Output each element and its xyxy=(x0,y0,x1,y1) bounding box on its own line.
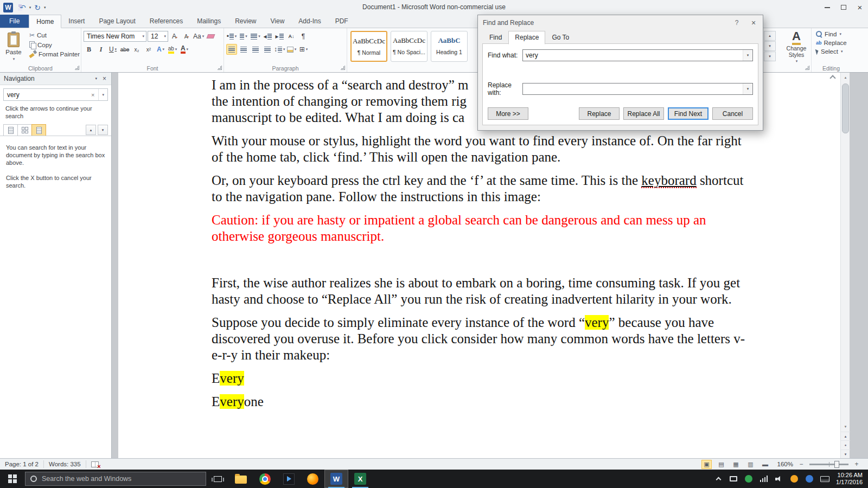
close-button[interactable]: × xyxy=(852,0,868,15)
ribbon-tab-pdf[interactable]: PDF xyxy=(328,15,355,28)
replace-action-button[interactable]: Replace xyxy=(579,107,620,120)
shrink-font-button[interactable]: A▾ xyxy=(181,31,192,42)
style-no-spacing[interactable]: AaBbCcDc ¶ No Spaci... xyxy=(391,31,427,62)
media-player-taskbar-button[interactable] xyxy=(277,470,301,488)
ribbon-tab-insert[interactable]: Insert xyxy=(61,15,92,28)
outline-view-button[interactable]: ▥ xyxy=(745,460,756,469)
display-tray-button[interactable] xyxy=(729,474,738,483)
browse-pages-tab[interactable] xyxy=(17,124,32,136)
taskbar-clock[interactable]: 10:26 AM 1/17/2016 xyxy=(836,472,863,486)
spell-check-status[interactable] xyxy=(86,459,104,470)
font-dialog-launcher[interactable] xyxy=(218,66,222,70)
ribbon-tab-add-ins[interactable]: Add-Ins xyxy=(291,15,328,28)
borders-button[interactable]: ⊞▾ xyxy=(298,44,309,55)
show-hidden-icons-button[interactable] xyxy=(714,474,723,483)
browser-tray-button[interactable] xyxy=(805,474,814,483)
superscript-button[interactable]: x² xyxy=(143,44,154,55)
decrease-indent-button[interactable]: ◂ xyxy=(262,31,273,42)
show-hide-pilcrow-button[interactable]: ¶ xyxy=(298,31,309,42)
chrome-taskbar-button[interactable] xyxy=(253,470,277,488)
style-heading-1[interactable]: AaBbC Heading 1 xyxy=(431,31,468,62)
word-app-icon[interactable]: W xyxy=(3,3,13,12)
firefox-taskbar-button[interactable] xyxy=(301,470,324,488)
start-button[interactable] xyxy=(0,470,25,488)
font-name-dropdown-icon[interactable]: ▾ xyxy=(141,34,146,38)
cut-button[interactable]: ✂Cut xyxy=(27,31,82,40)
web-layout-view-button[interactable]: ▦ xyxy=(731,460,741,469)
zoom-slider-thumb[interactable] xyxy=(834,461,839,468)
bold-button[interactable]: B xyxy=(84,44,94,55)
font-size-dropdown-icon[interactable]: ▾ xyxy=(162,34,168,38)
previous-page-button[interactable]: ▴ xyxy=(841,432,850,440)
navigation-pane-options-button[interactable]: ▾ xyxy=(91,76,101,81)
collapse-ribbon-button[interactable] xyxy=(829,75,835,81)
copy-button[interactable]: Copy xyxy=(27,41,82,49)
change-styles-button[interactable]: A Change Styles ▾ xyxy=(782,30,810,65)
paste-button[interactable]: Paste ▾ xyxy=(2,30,25,63)
ribbon-tab-review[interactable]: Review xyxy=(228,15,263,28)
clipboard-dialog-launcher[interactable] xyxy=(75,66,79,70)
navigation-search-input[interactable]: very × ▾ xyxy=(3,88,108,101)
dialog-help-button[interactable]: ? xyxy=(729,19,744,27)
undo-dropdown-icon[interactable]: ▾ xyxy=(29,5,31,10)
ribbon-tab-references[interactable]: References xyxy=(143,15,190,28)
minimize-button[interactable] xyxy=(819,0,835,15)
navigation-search-dropdown-icon[interactable]: ▾ xyxy=(98,89,107,100)
font-name-combobox[interactable]: Times New Rom▾ xyxy=(84,31,146,42)
paragraph-dialog-launcher[interactable] xyxy=(341,66,345,70)
multilevel-list-button[interactable]: ▾ xyxy=(250,31,261,42)
print-layout-view-button[interactable]: ▣ xyxy=(701,460,712,469)
font-color-button[interactable]: A▾ xyxy=(179,44,190,55)
next-result-button[interactable]: ▾ xyxy=(98,125,108,135)
underline-button[interactable]: U▾ xyxy=(107,44,118,55)
draft-view-button[interactable]: ▬ xyxy=(760,460,770,469)
find-next-button[interactable]: Find Next xyxy=(668,107,709,120)
strikethrough-button[interactable]: abe xyxy=(119,44,130,55)
drive-tray-button[interactable] xyxy=(744,474,753,483)
vertical-scrollbar[interactable]: ▴ ▾ ▴ ● ▾ xyxy=(840,73,850,458)
shading-button[interactable]: ▾ xyxy=(286,44,297,55)
taskbar-search-input[interactable]: Search the web and Windows xyxy=(25,472,206,486)
align-center-button[interactable] xyxy=(238,44,249,55)
find-button[interactable]: Find▾ xyxy=(814,30,849,38)
more-button[interactable]: More >> xyxy=(488,107,528,120)
file-explorer-taskbar-button[interactable] xyxy=(229,470,253,488)
maximize-button[interactable] xyxy=(835,0,852,15)
align-left-button[interactable] xyxy=(226,44,237,55)
subscript-button[interactable]: x₂ xyxy=(131,44,142,55)
volume-tray-button[interactable] xyxy=(775,474,783,483)
dialog-tab-goto[interactable]: Go To xyxy=(545,31,576,44)
justify-button[interactable] xyxy=(262,44,273,55)
styles-gallery-expand-button[interactable]: ▾ xyxy=(764,52,776,61)
dialog-tab-find[interactable]: Find xyxy=(483,31,508,44)
select-browse-object-button[interactable]: ● xyxy=(841,440,850,449)
navigation-pane-close-button[interactable]: × xyxy=(101,75,107,82)
zoom-in-button[interactable]: + xyxy=(853,460,860,468)
task-view-button[interactable] xyxy=(206,470,229,488)
browse-results-tab[interactable] xyxy=(31,124,46,136)
replace-with-input[interactable]: ▾ xyxy=(522,83,753,95)
styles-gallery-down-button[interactable]: ▾ xyxy=(764,41,776,51)
styles-gallery-up-button[interactable]: ▴ xyxy=(764,31,776,41)
grow-font-button[interactable]: A▴ xyxy=(169,31,180,42)
ribbon-tab-home[interactable]: Home xyxy=(29,15,61,28)
ribbon-tab-view[interactable]: View xyxy=(264,15,292,28)
network-tray-button[interactable] xyxy=(760,474,768,483)
dialog-tab-replace[interactable]: Replace xyxy=(508,31,545,44)
change-case-button[interactable]: Aa▾ xyxy=(193,31,204,42)
replace-all-button[interactable]: Replace All xyxy=(623,107,664,120)
clear-formatting-button[interactable] xyxy=(205,31,216,42)
word-taskbar-button[interactable]: W xyxy=(324,470,348,488)
browse-headings-tab[interactable] xyxy=(3,124,18,136)
sort-button[interactable]: A↓ xyxy=(286,31,297,42)
bullets-button[interactable]: •▾ xyxy=(226,31,237,42)
zoom-slider[interactable] xyxy=(809,464,848,465)
align-right-button[interactable] xyxy=(250,44,261,55)
scroll-down-button[interactable]: ▾ xyxy=(841,422,850,431)
page-indicator[interactable]: Page: 1 of 2 xyxy=(0,459,43,470)
qat-customize-button[interactable]: ▾ xyxy=(44,5,46,10)
ribbon-tab-page-layout[interactable]: Page Layout xyxy=(92,15,142,28)
find-what-dropdown-icon[interactable]: ▾ xyxy=(743,50,752,61)
find-what-input[interactable]: very ▾ xyxy=(522,49,753,61)
dialog-title-bar[interactable]: Find and Replace ? × xyxy=(478,15,763,30)
